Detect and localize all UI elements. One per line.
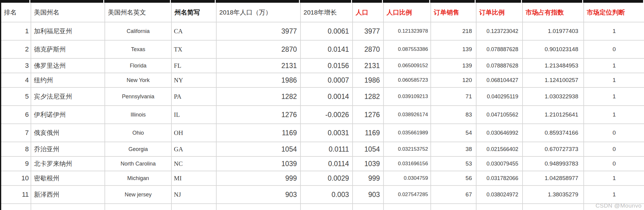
cell-pop_ratio[interactable]: 0.031696156 [383,156,431,171]
cell-state_cn[interactable]: 俄亥俄州 [31,124,105,142]
cell-state_en[interactable]: New York [105,73,171,87]
cell-order_sales[interactable]: 54 [431,124,476,142]
cell-growth2018[interactable]: 0.0007 [300,73,353,87]
cell-order_sales[interactable]: 53 [431,156,476,171]
cell-order_sales[interactable]: 120 [431,73,476,87]
cell-pop2018[interactable]: 903 [216,185,300,204]
cell-state_cn[interactable]: 宾夕法尼亚州 [31,87,105,106]
column-header-abbr[interactable]: 州名简写 [171,3,216,22]
cell-market_index[interactable]: 0.901023148 [523,40,584,58]
cell-state_cn[interactable]: 乔治亚州 [31,142,105,156]
cell-order_sales[interactable]: 56 [431,171,476,185]
cell-market_index[interactable]: 1.124100257 [523,73,584,87]
cell-state_cn[interactable]: 新泽西州 [31,185,105,204]
cell-market_judgment[interactable]: 1 [584,106,644,124]
cell-empty[interactable] [105,204,171,210]
cell-empty[interactable] [383,204,431,210]
cell-abbr[interactable]: CA [171,22,216,40]
cell-rank[interactable]: 11 [1,185,31,204]
cell-rank[interactable]: 9 [1,156,31,171]
cell-population[interactable]: 2870 [353,40,383,58]
cell-rank[interactable]: 5 [1,87,31,106]
column-header-pop2018[interactable]: 2018年人口（万） [216,3,300,22]
cell-state_cn[interactable]: 伊利诺伊州 [31,106,105,124]
column-header-market_judgment[interactable]: 市场定位判断 [584,3,644,22]
cell-order_ratio[interactable]: 0.030646992 [476,124,523,142]
cell-empty[interactable] [523,204,584,210]
cell-rank[interactable]: 10 [1,171,31,185]
cell-pop2018[interactable]: 1276 [216,106,300,124]
cell-order_ratio[interactable]: 0.021566402 [476,142,523,156]
cell-state_en[interactable]: Michigan [105,171,171,185]
cell-state_cn[interactable]: 密歇根州 [31,171,105,185]
cell-state_en[interactable]: Texas [105,40,171,58]
cell-pop_ratio[interactable]: 0.035661989 [383,124,431,142]
cell-empty[interactable] [476,204,523,210]
cell-market_index[interactable]: 1.38035279 [523,185,584,204]
cell-state_cn[interactable]: 佛罗里达州 [31,58,105,73]
cell-order_ratio[interactable]: 0.031782066 [476,171,523,185]
cell-abbr[interactable]: MI [171,171,216,185]
cell-empty[interactable] [216,204,300,210]
column-header-population[interactable]: 人口 [353,3,383,22]
cell-growth2018[interactable]: 0.0156 [300,58,353,73]
cell-state_en[interactable]: North Carolina [105,156,171,171]
cell-market_judgment[interactable]: 1 [584,171,644,185]
cell-market_index[interactable]: 1.210125641 [523,106,584,124]
cell-abbr[interactable]: TX [171,40,216,58]
cell-pop_ratio[interactable]: 0.087553386 [383,40,431,58]
cell-empty[interactable] [1,204,31,210]
cell-state_cn[interactable]: 德克萨斯州 [31,40,105,58]
column-header-state_cn[interactable]: 美国州名 [31,3,105,22]
cell-rank[interactable]: 4 [1,73,31,87]
cell-order_ratio[interactable]: 0.078887628 [476,58,523,73]
cell-growth2018[interactable]: 0.0111 [300,142,353,156]
cell-pop_ratio[interactable]: 0.038926174 [383,106,431,124]
cell-rank[interactable]: 3 [1,58,31,73]
cell-state_en[interactable]: California [105,22,171,40]
cell-population[interactable]: 1169 [353,124,383,142]
cell-pop2018[interactable]: 2870 [216,40,300,58]
cell-state_en[interactable]: Illinois [105,106,171,124]
column-header-pop_ratio[interactable]: 人口比例 [383,3,431,22]
cell-pop_ratio[interactable]: 0.039109213 [383,87,431,106]
cell-state_cn[interactable]: 加利福尼亚州 [31,22,105,40]
cell-market_index[interactable]: 1.042858977 [523,171,584,185]
cell-growth2018[interactable]: 0.0061 [300,22,353,40]
cell-order_ratio[interactable]: 0.068104427 [476,73,523,87]
cell-order_sales[interactable]: 83 [431,106,476,124]
column-header-rank[interactable]: 排名 [1,3,31,22]
cell-empty[interactable] [431,204,476,210]
cell-empty[interactable] [353,204,383,210]
cell-population[interactable]: 1039 [353,156,383,171]
cell-pop_ratio[interactable]: 0.0304759 [383,171,431,185]
cell-market_index[interactable]: 1.213484953 [523,58,584,73]
cell-abbr[interactable]: FL [171,58,216,73]
cell-growth2018[interactable]: 0.003 [300,185,353,204]
cell-population[interactable]: 1282 [353,87,383,106]
cell-order_ratio[interactable]: 0.038024972 [476,185,523,204]
cell-market_index[interactable]: 0.859374166 [523,124,584,142]
cell-order_ratio[interactable]: 0.047105562 [476,106,523,124]
cell-growth2018[interactable]: 0.0031 [300,124,353,142]
cell-market_judgment[interactable]: 0 [584,142,644,156]
cell-state_en[interactable]: Florida [105,58,171,73]
cell-order_sales[interactable]: 71 [431,87,476,106]
cell-growth2018[interactable]: 0.0014 [300,87,353,106]
column-header-order_ratio[interactable]: 订单比例 [476,3,523,22]
cell-abbr[interactable]: NY [171,73,216,87]
cell-state_cn[interactable]: 纽约州 [31,73,105,87]
cell-market_judgment[interactable]: 0 [584,156,644,171]
cell-market_judgment[interactable]: 0 [584,40,644,58]
cell-state_cn[interactable]: 北卡罗来纳州 [31,156,105,171]
cell-rank[interactable]: 2 [1,40,31,58]
cell-market_judgment[interactable]: 1 [584,87,644,106]
cell-state_en[interactable]: Pennsylvania [105,87,171,106]
cell-growth2018[interactable]: 0.0029 [300,171,353,185]
column-header-state_en[interactable]: 美国州名英文 [105,3,171,22]
cell-rank[interactable]: 1 [1,22,31,40]
cell-population[interactable]: 903 [353,185,383,204]
cell-order_sales[interactable]: 67 [431,185,476,204]
cell-pop_ratio[interactable]: 0.032153752 [383,142,431,156]
cell-population[interactable]: 3977 [353,22,383,40]
